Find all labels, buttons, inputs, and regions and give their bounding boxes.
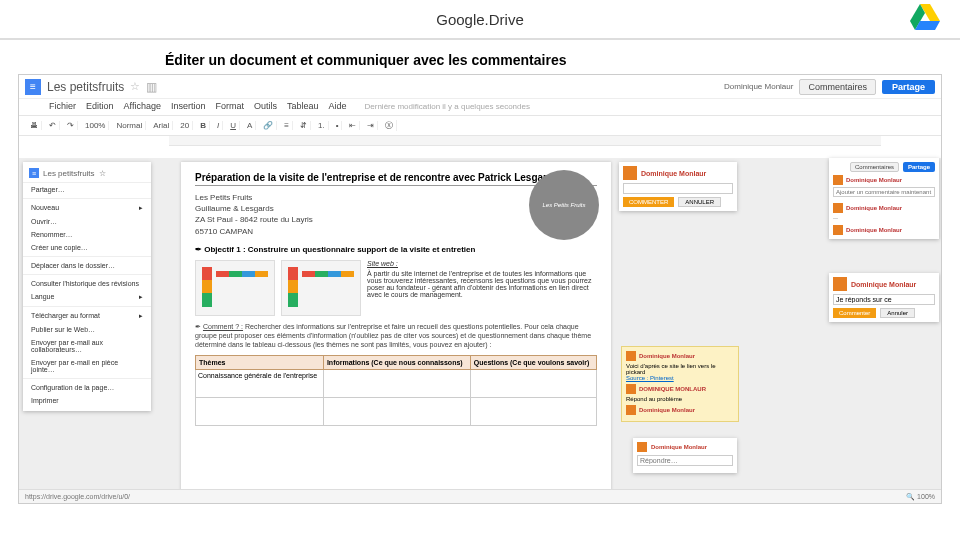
company-logo: Les Petits Fruits bbox=[529, 170, 599, 240]
note-link[interactable]: Source : Pinterest bbox=[626, 375, 734, 381]
note-author-2: DOMINIQUE MONLAUR bbox=[639, 386, 706, 392]
tb-clear-icon[interactable]: Ⓧ bbox=[382, 120, 397, 131]
avatar bbox=[626, 384, 636, 394]
menu-edition[interactable]: Edition bbox=[86, 101, 114, 111]
th-infos: Informations (Ce que nous connaissons) bbox=[323, 356, 470, 370]
document-title[interactable]: Les petitsfruits bbox=[47, 80, 124, 94]
docs-titlebar: ≡ Les petitsfruits ☆ ▥ Dominique Monlaur… bbox=[19, 75, 941, 99]
tb-textcolor[interactable]: A bbox=[244, 121, 256, 130]
status-bar: https://drive.google.com/drive/u/0/ 🔍 10… bbox=[19, 489, 941, 503]
menu-insertion[interactable]: Insertion bbox=[171, 101, 206, 111]
fm-nouveau[interactable]: Nouveau▸ bbox=[23, 201, 151, 215]
menu-fichier[interactable]: Fichier bbox=[49, 101, 76, 111]
avatar bbox=[637, 442, 647, 452]
toolbar: 🖶 ↶ ↷ 100% Normal Arial 20 B I U A 🔗 ≡ ⇵… bbox=[19, 116, 941, 136]
fm-deplacer[interactable]: Déplacer dans le dossier… bbox=[23, 259, 151, 272]
tb-style[interactable]: Normal bbox=[113, 121, 146, 130]
google-drive-logo bbox=[910, 4, 940, 33]
table-row: Connaissance générale de l'entreprise bbox=[196, 370, 597, 398]
th-themes: Thèmes bbox=[196, 356, 324, 370]
panel-comments-button[interactable]: Commentaires bbox=[850, 162, 899, 172]
note-author-1: Dominique Monlaur bbox=[639, 353, 695, 359]
panel-share-button[interactable]: Partage bbox=[903, 162, 935, 172]
menu-format[interactable]: Format bbox=[215, 101, 244, 111]
fm-telecharger[interactable]: Télécharger au format▸ bbox=[23, 309, 151, 323]
comment-input[interactable] bbox=[623, 183, 733, 194]
avatar bbox=[833, 175, 843, 185]
fm-imprimer[interactable]: Imprimer bbox=[23, 394, 151, 407]
tb-zoom[interactable]: 100% bbox=[82, 121, 109, 130]
tb-link-icon[interactable]: 🔗 bbox=[260, 121, 277, 130]
instructions: ✒ Comment ? : Rechercher des information… bbox=[195, 322, 597, 349]
comments-button[interactable]: Commentaires bbox=[799, 79, 876, 95]
document-page[interactable]: Les Petits Fruits Préparation de la visi… bbox=[181, 162, 611, 504]
comment-cancel-button[interactable]: ANNULER bbox=[678, 197, 721, 207]
docs-app-icon: ≡ bbox=[25, 79, 41, 95]
avatar bbox=[623, 166, 637, 180]
reply-cancel-button[interactable]: Annuler bbox=[880, 308, 915, 318]
note-text-1: Voici d'après ce site le lien vers le pi… bbox=[626, 363, 734, 375]
note-text-2: Répond au problème bbox=[626, 396, 734, 402]
fm-email-collab[interactable]: Envoyer par e-mail aux collaborateurs… bbox=[23, 336, 151, 356]
tb-underline[interactable]: U bbox=[227, 121, 240, 130]
avatar bbox=[833, 277, 847, 291]
reply-input[interactable] bbox=[833, 294, 935, 305]
share-button[interactable]: Partage bbox=[882, 80, 935, 94]
fm-ouvrir[interactable]: Ouvrir… bbox=[23, 215, 151, 228]
slide-subtitle: Éditer un document et communiquer avec l… bbox=[0, 40, 960, 74]
docs-editor: ≡ Les petitsfruits ☆ ▥ Dominique Monlaur… bbox=[18, 74, 942, 504]
tb-redo-icon[interactable]: ↷ bbox=[64, 121, 78, 130]
slide-header: Google.Drive bbox=[0, 0, 960, 40]
file-menu-popup: ≡Les petitsfruits☆ Partager… Nouveau▸ Ou… bbox=[23, 162, 151, 411]
comments-panel: Commentaires Partage Dominique Monlaur D… bbox=[829, 158, 939, 239]
user-name: Dominique Monlaur bbox=[724, 82, 793, 91]
tb-print-icon[interactable]: 🖶 bbox=[27, 121, 42, 130]
menu-tableau[interactable]: Tableau bbox=[287, 101, 319, 111]
fm-publier[interactable]: Publier sur le Web… bbox=[23, 323, 151, 336]
tb-bold[interactable]: B bbox=[197, 121, 210, 130]
comment-submit-button[interactable]: COMMENTER bbox=[623, 197, 674, 207]
fm-email-pj[interactable]: Envoyer par e-mail en pièce jointe… bbox=[23, 356, 151, 376]
comment-thread-yellow[interactable]: Dominique Monlaur Voici d'après ce site … bbox=[621, 346, 739, 422]
comment-add-card: Dominique Monlaur COMMENTER ANNULER bbox=[619, 162, 737, 211]
panel-comment-input[interactable] bbox=[833, 187, 935, 197]
menu-outils[interactable]: Outils bbox=[254, 101, 277, 111]
tb-align-icon[interactable]: ≡ bbox=[281, 121, 293, 130]
fm-historique[interactable]: Consulter l'historique des révisions bbox=[23, 277, 151, 290]
avatar bbox=[626, 405, 636, 415]
table: Thèmes Informations (Ce que nous connais… bbox=[195, 355, 597, 426]
tb-fontsize[interactable]: 20 bbox=[177, 121, 193, 130]
folder-icon[interactable]: ▥ bbox=[146, 80, 157, 94]
panel-author-2: Dominique Monlaur bbox=[846, 205, 902, 211]
tb-linespacing-icon[interactable]: ⇵ bbox=[297, 121, 311, 130]
fm-copie[interactable]: Créer une copie… bbox=[23, 241, 151, 254]
avatar bbox=[833, 203, 843, 213]
fm-page-setup[interactable]: Configuration de la page… bbox=[23, 381, 151, 394]
workspace: ≡Les petitsfruits☆ Partager… Nouveau▸ Ou… bbox=[19, 158, 941, 503]
small-reply-input[interactable] bbox=[637, 455, 733, 466]
panel-author-3: Dominique Monlaur bbox=[846, 227, 902, 233]
fm-langue[interactable]: Langue▸ bbox=[23, 290, 151, 304]
reply-submit-button[interactable]: Commenter bbox=[833, 308, 876, 318]
tb-list-icon[interactable]: 1. bbox=[315, 121, 329, 130]
tb-bullet-icon[interactable]: • bbox=[333, 121, 343, 130]
fm-renommer[interactable]: Renommer… bbox=[23, 228, 151, 241]
menu-aide[interactable]: Aide bbox=[329, 101, 347, 111]
tb-italic[interactable]: I bbox=[214, 121, 223, 130]
docs-mini-icon: ≡ bbox=[29, 168, 39, 178]
reply-author: Dominique Monlaur bbox=[851, 281, 916, 288]
tb-undo-icon[interactable]: ↶ bbox=[46, 121, 60, 130]
objectif-1: Objectif 1 : Construire un questionnaire… bbox=[204, 245, 475, 254]
tb-font[interactable]: Arial bbox=[150, 121, 173, 130]
avatar bbox=[833, 225, 843, 235]
siteweb-text: Site web : À partir du site internet de … bbox=[367, 260, 597, 316]
slide-title: Google.Drive bbox=[436, 11, 524, 28]
menu-affichage[interactable]: Affichage bbox=[124, 101, 161, 111]
comment-small-reply: Dominique Monlaur bbox=[633, 438, 737, 473]
tb-outdent-icon[interactable]: ⇥ bbox=[364, 121, 378, 130]
menu-bar: Fichier Edition Affichage Insertion Form… bbox=[19, 99, 941, 116]
site-thumb-2 bbox=[281, 260, 361, 316]
fm-partager[interactable]: Partager… bbox=[23, 183, 151, 196]
tb-indent-icon[interactable]: ⇤ bbox=[346, 121, 360, 130]
star-icon[interactable]: ☆ bbox=[130, 80, 140, 93]
